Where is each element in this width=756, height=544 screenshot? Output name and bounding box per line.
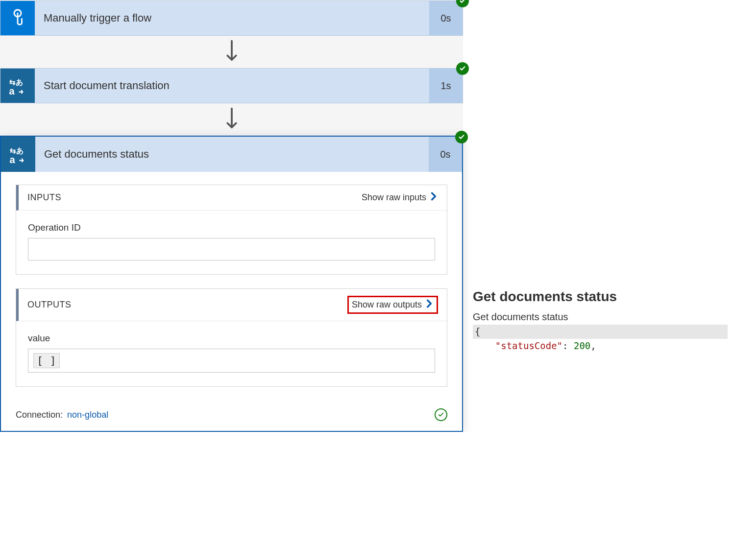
flow-step-start-translation[interactable]: ⇆あ a Start document translation 1s <box>0 68 463 103</box>
json-val-statuscode: 200 <box>574 340 590 351</box>
json-key-statuscode: "statusCode" <box>495 340 562 351</box>
inputs-panel: INPUTS Show raw inputs Operation ID <box>16 185 447 275</box>
translate-icon: ⇆あ a <box>1 137 35 172</box>
show-raw-outputs-label: Show raw outputs <box>352 300 422 310</box>
operation-id-input[interactable] <box>28 238 435 260</box>
step-title: Manually trigger a flow <box>35 1 429 35</box>
chevron-right-icon <box>429 192 438 203</box>
success-check-icon <box>455 131 468 143</box>
flow-step-manual-trigger[interactable]: Manually trigger a flow 0s <box>0 0 463 36</box>
svg-text:⇆あ: ⇆あ <box>10 146 24 155</box>
connection-label: Connection: <box>16 410 63 420</box>
operation-id-label: Operation ID <box>28 222 435 233</box>
connection-ok-icon <box>435 408 447 421</box>
svg-text:a: a <box>9 86 15 96</box>
chevron-right-icon <box>425 299 434 310</box>
svg-text:⇆あ: ⇆あ <box>9 78 23 86</box>
translate-icon: ⇆あ a <box>0 69 35 103</box>
show-raw-outputs-button[interactable]: Show raw outputs <box>347 296 438 314</box>
arrow-down-icon <box>0 103 463 136</box>
step-duration: 0s <box>429 1 463 35</box>
outputs-section-label: OUTPUTS <box>27 300 72 310</box>
svg-text:a: a <box>10 154 16 165</box>
inputs-section-label: INPUTS <box>27 192 61 203</box>
arrow-down-icon <box>0 36 463 68</box>
touch-icon <box>0 1 35 35</box>
connection-row: Connection: non-global <box>16 410 108 420</box>
show-raw-inputs-label: Show raw inputs <box>362 192 426 203</box>
raw-output-title: Get documents status <box>473 289 752 305</box>
success-check-icon <box>456 62 469 75</box>
raw-output-subtitle: Get documents status <box>473 311 752 323</box>
connection-value-link[interactable]: non-global <box>67 410 108 420</box>
step-duration: 1s <box>429 69 463 103</box>
outputs-value-label: value <box>28 333 435 344</box>
raw-output-json: { "statusCode": 200, <box>473 325 752 353</box>
outputs-panel: OUTPUTS Show raw outputs value [ ] <box>16 288 447 387</box>
outputs-value-display: [ ] <box>33 353 60 368</box>
step-title: Get documents status <box>35 137 429 172</box>
flow-step-get-documents-status[interactable]: ⇆あ a Get documents status 0s INPUTS <box>0 136 463 432</box>
step-title: Start document translation <box>35 69 429 103</box>
show-raw-inputs-button[interactable]: Show raw inputs <box>362 192 438 203</box>
